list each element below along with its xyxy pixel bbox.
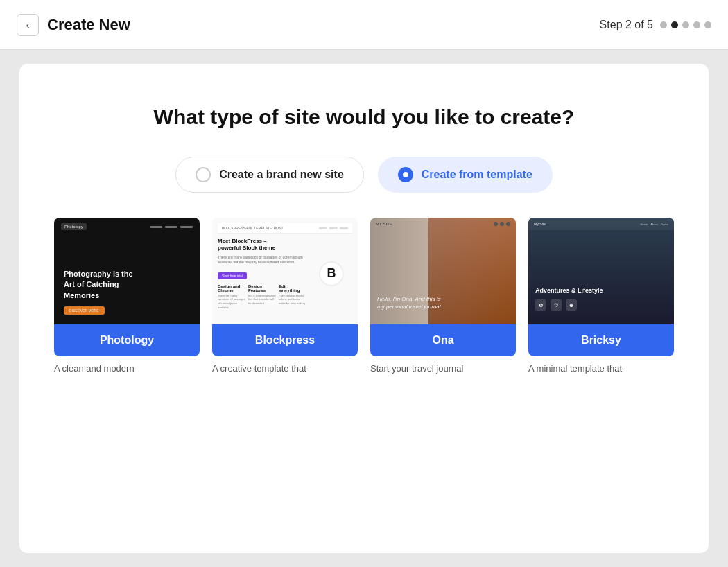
template-card-photology[interactable]: Photology Photography is theArt of Catch…	[54, 218, 200, 376]
bricksy-icon-3: ⊕	[566, 299, 577, 311]
photology-cta: DISCOVER MORE	[64, 306, 105, 315]
step-dot-2	[671, 21, 678, 28]
bricksy-icons: ⚙ ♡ ⊕	[535, 299, 667, 311]
photology-logo: Photology	[61, 223, 87, 230]
option-brand-new-label: Create a brand new site	[219, 168, 344, 181]
bricksy-nav: My Site Home About Topics	[528, 218, 674, 230]
ona-dot-1	[494, 222, 498, 226]
template-label-bricksy: Bricksy	[528, 324, 674, 356]
ona-dot-3	[506, 222, 510, 226]
option-from-template[interactable]: Create from template	[378, 157, 553, 193]
top-bar-right: Step 2 of 5	[600, 19, 711, 31]
template-card-blockpress[interactable]: BLOCKPRESS-FUL TEMPLATE: POST Meet Block…	[212, 218, 358, 376]
blockpress-cols: Design and Chrome There are many variati…	[218, 284, 306, 309]
bricksy-icon-2: ♡	[551, 299, 562, 311]
radio-from-template	[398, 167, 413, 182]
step-dot-4	[693, 21, 700, 28]
bricksy-nav-link-3: Topics	[661, 223, 668, 226]
step-dot-3	[682, 21, 689, 28]
photology-nav-link-1	[150, 226, 162, 228]
step-dot-5	[704, 21, 711, 28]
bricksy-logo: My Site	[534, 222, 546, 226]
blockpress-col-3: Edit everything Fully editable blocks, c…	[279, 284, 306, 309]
back-icon: ‹	[26, 19, 30, 30]
step-dots	[660, 21, 711, 28]
main-area: What type of site would you like to crea…	[0, 50, 728, 567]
blockpress-cta: Start free trial	[218, 272, 247, 279]
template-card-ona[interactable]: MY SITE Hello, I'm Ona. And this ismy pe…	[370, 218, 516, 376]
ona-logo: MY SITE	[376, 222, 392, 226]
template-preview-blockpress: BLOCKPRESS-FUL TEMPLATE: POST Meet Block…	[212, 218, 358, 324]
photology-nav-links	[150, 226, 193, 228]
option-brand-new[interactable]: Create a brand new site	[175, 157, 364, 193]
top-bar-left: ‹ Create New	[17, 14, 130, 36]
template-preview-ona: MY SITE Hello, I'm Ona. And this ismy pe…	[370, 218, 516, 324]
templates-grid: Photology Photography is theArt of Catch…	[47, 218, 681, 376]
options-row: Create a brand new site Create from temp…	[175, 157, 553, 193]
ona-hero-text: Hello, I'm Ona. And this ismy personal t…	[377, 295, 509, 311]
ona-nav: MY SITE	[370, 218, 516, 230]
template-label-photology: Photology	[54, 324, 200, 356]
main-question: What type of site would you like to crea…	[154, 105, 575, 129]
bricksy-nav-link-1: Home	[641, 223, 648, 226]
bricksy-nav-links: Home About Topics	[641, 223, 668, 226]
photology-nav-link-2	[165, 226, 177, 228]
radio-brand-new	[196, 167, 211, 182]
template-desc-blockpress: A creative template that	[212, 362, 358, 376]
blockpress-left: Meet BlockPress –powerful Block theme Th…	[218, 238, 306, 309]
photology-nav-link-3	[180, 226, 193, 228]
page-title: Create New	[47, 16, 130, 34]
option-from-template-label: Create from template	[422, 168, 532, 181]
blockpress-right: B	[311, 238, 352, 309]
photology-nav: Photology	[54, 223, 200, 230]
template-preview-photology: Photology Photography is theArt of Catch…	[54, 218, 200, 324]
step-label: Step 2 of 5	[600, 19, 653, 31]
template-desc-photology: A clean and modern	[54, 362, 200, 376]
template-preview-bricksy: My Site Home About Topics Adventures & L…	[528, 218, 674, 324]
bricksy-nav-link-2: About	[650, 223, 657, 226]
blockpress-col-2: Design Features It is a long established…	[248, 284, 276, 309]
ona-dot-2	[500, 222, 504, 226]
blockpress-content: Meet BlockPress –powerful Block theme Th…	[218, 238, 352, 309]
back-button[interactable]: ‹	[17, 14, 39, 36]
blockpress-b-logo: B	[319, 261, 344, 286]
template-desc-bricksy: A minimal template that	[528, 362, 674, 376]
template-label-ona: Ona	[370, 324, 516, 356]
blockpress-header: BLOCKPRESS-FUL TEMPLATE: POST	[218, 223, 352, 234]
ona-nav-dots	[494, 222, 510, 226]
template-desc-ona: Start your travel journal	[370, 362, 516, 376]
template-label-blockpress: Blockpress	[212, 324, 358, 356]
content-card: What type of site would you like to crea…	[19, 64, 709, 553]
blockpress-title: Meet BlockPress –powerful Block theme	[218, 238, 306, 252]
bricksy-hero: Adventures & Lifestyle ⚙ ♡ ⊕	[535, 287, 667, 311]
top-bar: ‹ Create New Step 2 of 5	[0, 0, 728, 50]
blockpress-desc: There are many variations of passages of…	[218, 255, 306, 265]
photology-hero-text: Photography is theArt of CatchingMemorie…	[64, 269, 190, 301]
step-dot-1	[660, 21, 667, 28]
blockpress-col-1: Design and Chrome There are many variati…	[218, 284, 245, 309]
blockpress-header-text: BLOCKPRESS-FUL TEMPLATE: POST	[222, 226, 284, 230]
template-card-bricksy[interactable]: My Site Home About Topics Adventures & L…	[528, 218, 674, 376]
bricksy-icon-1: ⚙	[535, 299, 546, 311]
